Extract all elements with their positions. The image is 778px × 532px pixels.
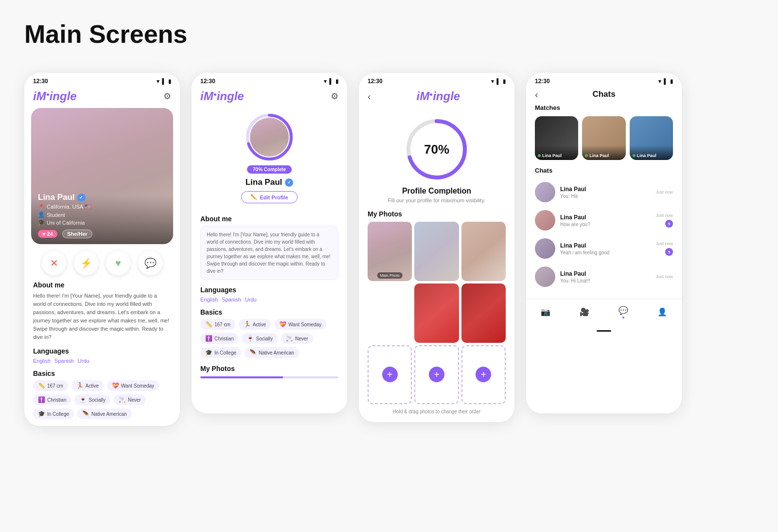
active-nav-dot [622, 317, 624, 319]
app-header-1: iMingle ⚙ [24, 87, 180, 108]
match-name-1: Lina Paul [542, 153, 562, 158]
app-logo-2: iMingle [200, 89, 244, 103]
back-button-3[interactable]: ‹ [368, 91, 371, 102]
chat-time-3: Just now [655, 241, 673, 246]
about-title-2: About me [200, 215, 338, 223]
languages-title-1: Languages [33, 347, 171, 355]
photo-thumb-2 [414, 222, 459, 281]
online-dot-3 [633, 154, 636, 157]
chat-item-1[interactable]: Lina Paul You: Hiii Just now [526, 178, 682, 206]
app-header-2: iMingle ⚙ [192, 87, 347, 108]
profile-nav-icon: 👤 [657, 306, 668, 317]
wifi-icon-2 [324, 78, 327, 85]
lang-english-1: English [33, 358, 51, 364]
add-icon-3: + [476, 367, 491, 382]
match-name-bar-2: Lina Paul [582, 145, 625, 160]
basic-activity: 🏃Active [71, 380, 104, 391]
chat-preview-3: Yeah i am feeling good [560, 250, 651, 255]
edit-profile-button[interactable]: ✏️ Edit Profile [241, 191, 297, 203]
chat-avatar-3 [535, 238, 555, 259]
photo-thumb-main: Main Photo [368, 222, 412, 281]
chats-screen-title: Chats [592, 89, 615, 99]
filter-icon[interactable]: ⚙ [163, 91, 171, 102]
chat-time-1: Just now [655, 190, 673, 195]
chat-preview-4: You: Hi Lina!!! [560, 278, 651, 284]
chat-item-4[interactable]: Lina Paul You: Hi Lina!!! Just now [526, 263, 682, 291]
chat-right-2: Just now 5 [655, 213, 673, 228]
nav-profile[interactable]: 👤 [657, 306, 668, 317]
back-button-4[interactable]: ‹ [535, 89, 538, 100]
status-icons-1 [157, 78, 171, 85]
nav-video[interactable]: 🎥 [579, 306, 590, 317]
battery-icon-3 [503, 78, 506, 85]
match-card-3[interactable]: Lina Paul [630, 116, 673, 160]
completion-label: 70% Complete [247, 165, 292, 174]
nav-camera[interactable]: 📷 [540, 306, 551, 317]
completion-subtitle: Fill our your profile for maximum visibi… [373, 197, 500, 203]
chat-preview-1: You: Hiii [560, 194, 651, 199]
profile-photo-info: Lina Paul ✓ 📍California, USA 🇺🇸 👤Student… [38, 193, 92, 238]
settings-icon[interactable]: ⚙ [331, 91, 338, 102]
status-icons-4 [658, 78, 673, 85]
chat-name-3: Lina Paul [560, 242, 651, 249]
like-button[interactable]: ♥ [106, 251, 130, 275]
dislike-button[interactable]: ✕ [42, 251, 66, 275]
photo-thumb-5 [461, 284, 506, 343]
pronoun-badge: She/Her [62, 230, 92, 238]
matches-label: Matches [535, 104, 673, 111]
status-bar-1: 12:30 [24, 73, 180, 87]
signal-icon-2 [329, 78, 333, 85]
screen3-header: ‹ iMingle [359, 87, 514, 108]
add-icon-1: + [382, 367, 398, 382]
chat-nav-icon: 💬 [618, 305, 629, 316]
match-card-2[interactable]: Lina Paul [582, 116, 625, 160]
matches-row: Lina Paul Lina Paul Lina Paul [535, 116, 673, 160]
phone-screen-3: 12:30 ‹ iMingle 70% Profile Completion F… [359, 73, 514, 422]
matches-section: Matches Lina Paul Lina Paul [526, 104, 682, 160]
big-progress-circle: 70% [405, 118, 468, 181]
languages-title-2: Languages [200, 286, 338, 294]
add-photo-button-1[interactable]: + [368, 345, 412, 405]
basic-height: 📏167 cm [33, 380, 68, 391]
chat-avatar-2 [535, 210, 555, 231]
profile-circle-wrapper: 70% Complete Lina Paul ✓ ✏️ Edit Profile [192, 113, 347, 209]
battery-icon [168, 78, 171, 85]
basics-grid-1: 📏167 cm 🏃Active 💝Want Someday ✝️Christia… [33, 380, 171, 419]
app-logo-3: iMingle [416, 89, 460, 103]
profile-university: 🎓Uni of California [38, 219, 92, 226]
wifi-icon [157, 78, 159, 85]
add-photo-button-2[interactable]: + [414, 345, 459, 405]
photos-progress-bar [200, 376, 338, 378]
chat-preview-2: How are you? [560, 222, 651, 227]
time-4: 12:30 [535, 78, 550, 85]
match-name-bar-3: Lina Paul [630, 145, 673, 160]
bottom-nav: 📷 🎥 💬 👤 [526, 299, 682, 326]
about-text-1: Hello there! I'm [Your Name], your frien… [33, 292, 171, 341]
add-photo-button-3[interactable]: + [461, 345, 506, 405]
chat-button[interactable]: 💬 [138, 251, 162, 275]
basic2-drinking: 🍷Socially [242, 333, 277, 344]
chat-badge-3: 5 [665, 248, 673, 256]
my-photos-title-2: My Photos [200, 365, 338, 372]
chat-name-1: Lina Paul [560, 186, 651, 193]
chat-item-3[interactable]: Lina Paul Yeah i am feeling good Just no… [526, 234, 682, 263]
chat-item-2[interactable]: Lina Paul How are you? Just now 5 [526, 206, 682, 234]
profile-location: 📍California, USA 🇺🇸 [38, 204, 92, 210]
about-textarea-2[interactable]: Hello there! I'm [Your Name], your frien… [200, 226, 338, 280]
signal-icon-3 [496, 78, 500, 85]
match-card-1[interactable]: Lina Paul [535, 116, 578, 160]
lang-spanish-2: Spanish [222, 297, 241, 302]
lang-urdu-2: Urdu [245, 297, 257, 302]
status-icons-2 [324, 78, 338, 85]
match-name-3: Lina Paul [637, 153, 656, 158]
chat-right-1: Just now [655, 190, 673, 195]
chat-right-3: Just now 5 [655, 241, 673, 256]
boost-button[interactable]: ⚡ [74, 251, 98, 275]
chat-name-2: Lina Paul [560, 214, 651, 221]
nav-underline [597, 330, 611, 332]
status-bar-3: 12:30 [359, 73, 514, 87]
signal-icon-4 [664, 78, 668, 85]
chat-content-4: Lina Paul You: Hi Lina!!! [560, 270, 651, 284]
chat-badge-2: 5 [665, 220, 673, 228]
nav-chat-active[interactable]: 💬 [618, 305, 629, 319]
